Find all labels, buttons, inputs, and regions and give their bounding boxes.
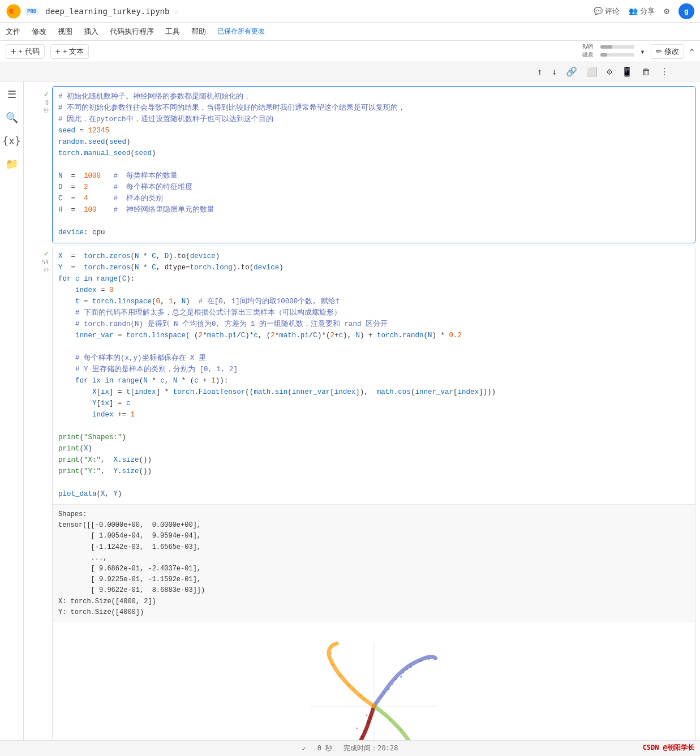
more-icon[interactable]: ⋮ <box>657 65 672 78</box>
share-icon: 👥 <box>629 7 638 15</box>
avatar[interactable]: g <box>678 3 694 19</box>
svg-point-33 <box>353 688 354 690</box>
time-label: 0 秒 <box>317 744 332 753</box>
file-name[interactable]: deep_learning_turkey.ipynb <box>45 7 169 16</box>
svg-point-21 <box>400 729 401 731</box>
delete-icon[interactable]: 🗑 <box>639 65 654 78</box>
settings2-icon[interactable]: ⚙ <box>604 65 615 78</box>
menu-help[interactable]: 帮助 <box>191 27 206 37</box>
ram-bar <box>600 45 634 49</box>
menu-runtime[interactable]: 代码执行程序 <box>110 27 154 37</box>
logo-area: PRO <box>6 3 38 19</box>
menu-tools[interactable]: 工具 <box>165 27 180 37</box>
svg-point-7 <box>410 666 411 668</box>
menu-insert[interactable]: 插入 <box>84 27 98 37</box>
dropdown-arrow[interactable]: ▾ <box>640 47 645 56</box>
svg-point-32 <box>363 698 365 700</box>
svg-point-11 <box>395 678 397 680</box>
saved-notice: 已保存所有更改 <box>217 27 265 36</box>
cell-seed: ✓ 0 秒 # 初始化随机数种子。神经网络的参数都是随机初始化的， # 不同的初… <box>24 86 700 243</box>
plus-icon: + <box>11 46 16 57</box>
svg-point-38 <box>356 728 358 729</box>
svg-point-31 <box>330 652 332 654</box>
cell-check-54: ✓ <box>44 249 49 258</box>
comment-icon: 💬 <box>594 7 603 15</box>
svg-point-25 <box>385 715 387 717</box>
toolbar2: ↑ ↓ 🔗 ⬜ ⚙ 📱 🗑 ⋮ <box>0 62 700 81</box>
menu-bar: 文件 修改 视图 插入 代码执行程序 工具 帮助 已保存所有更改 <box>0 23 700 41</box>
pro-badge: PRO <box>25 8 38 15</box>
star-icon[interactable]: ☆ <box>174 7 178 16</box>
add-code-button[interactable]: + + 代码 <box>6 44 45 59</box>
checkmark-bottom: ✓ <box>302 745 306 753</box>
svg-point-9 <box>428 658 430 660</box>
spiral-chart <box>300 633 448 756</box>
sidebar-files-icon[interactable]: 📁 <box>3 156 20 172</box>
sidebar-search-icon[interactable]: 🔍 <box>3 109 20 126</box>
svg-point-12 <box>406 669 408 671</box>
svg-point-29 <box>338 675 340 676</box>
cell-check-1: ✓ <box>44 89 49 98</box>
cell-body-54[interactable]: X = torch.zeros(N * C, D).to(device) Y =… <box>52 246 695 756</box>
svg-point-5 <box>388 688 389 690</box>
svg-point-10 <box>383 691 385 693</box>
sidebar: ☰ 🔍 {x} 📁 <> ▬ 🔧 <box>0 81 24 756</box>
sidebar-menu-icon[interactable]: ☰ <box>5 86 19 102</box>
menu-file[interactable]: 文件 <box>6 27 20 37</box>
svg-point-36 <box>402 672 404 674</box>
output-area-54: Shapes: tensor([[-0.0000e+00, 0.0000e+00… <box>53 504 695 622</box>
text-plus-icon: + <box>55 46 61 57</box>
cell-54: ✓ 54 秒 X = torch.zeros(N * C, D).to(devi… <box>24 246 700 756</box>
completed-label: 完成时间：20:28 <box>343 744 398 753</box>
modify-button[interactable]: ✏ 修改 <box>651 44 684 59</box>
svg-point-13 <box>367 721 368 723</box>
top-bar-actions: 💬 评论 👥 分享 ⚙ g <box>594 3 694 19</box>
expand-icon[interactable]: ⌃ <box>690 47 694 56</box>
share-button[interactable]: 👥 分享 <box>629 6 655 16</box>
arrow-down-icon[interactable]: ↓ <box>549 65 560 78</box>
svg-point-6 <box>400 676 401 677</box>
toolbar: + + 代码 + + 文本 RAM 磁盘 ▾ ✏ 修改 ⌃ <box>0 41 700 62</box>
svg-point-26 <box>397 726 398 728</box>
arrow-up-icon[interactable]: ↑ <box>534 65 546 78</box>
toolbar-right: RAM 磁盘 ▾ ✏ 修改 ⌃ <box>582 44 694 59</box>
ram-disk-info: RAM 磁盘 <box>582 44 634 59</box>
menu-view[interactable]: 视图 <box>58 27 72 37</box>
comment-button[interactable]: 💬 评论 <box>594 6 620 16</box>
sidebar-variables-icon[interactable]: {x} <box>0 132 23 149</box>
spiral-chart-container <box>53 622 695 756</box>
content-area: ✓ 0 秒 # 初始化随机数种子。神经网络的参数都是随机初始化的， # 不同的初… <box>24 81 700 756</box>
settings-icon[interactable]: ⚙ <box>664 6 669 16</box>
menu-edit[interactable]: 修改 <box>32 27 46 37</box>
cell-num-54: 54 <box>42 259 49 265</box>
svg-point-14 <box>360 736 362 737</box>
svg-point-20 <box>389 719 390 720</box>
phone-icon[interactable]: 📱 <box>619 65 635 78</box>
svg-point-8 <box>419 660 421 662</box>
svg-point-37 <box>366 714 367 716</box>
code-area-54[interactable]: X = torch.zeros(N * C, D).to(device) Y =… <box>53 246 695 504</box>
svg-point-28 <box>347 685 349 686</box>
disk-bar <box>600 53 634 57</box>
svg-point-34 <box>380 695 382 697</box>
svg-point-27 <box>359 694 361 696</box>
cell-time-54: 秒 <box>44 267 49 274</box>
copy-icon[interactable]: ⬜ <box>583 65 600 78</box>
link-icon[interactable]: 🔗 <box>563 65 580 78</box>
svg-point-18 <box>369 716 371 718</box>
edit-icon: ✏ <box>656 47 662 55</box>
watermark: CSDN @朝阳学长 <box>643 743 694 753</box>
bottom-bar: ✓ 0 秒 完成时间：20:28 <box>0 740 700 756</box>
cell-num-1: 0 <box>45 100 49 106</box>
svg-point-2 <box>13 8 19 14</box>
cell-gutter-1: ✓ 0 秒 <box>24 86 52 243</box>
colab-logo <box>6 3 22 19</box>
cell-gutter-54: ✓ 54 秒 <box>24 246 52 756</box>
add-text-button[interactable]: + + 文本 <box>50 44 89 59</box>
cell-body-1[interactable]: # 初始化随机数种子。神经网络的参数都是随机初始化的， # 不同的初始化参数往往… <box>52 86 695 243</box>
svg-point-19 <box>363 730 365 732</box>
cell-time-1: 秒 <box>44 107 49 114</box>
top-bar: PRO deep_learning_turkey.ipynb ☆ 💬 评论 👥 … <box>0 0 700 23</box>
svg-point-30 <box>331 663 333 665</box>
code-area-1[interactable]: # 初始化随机数种子。神经网络的参数都是随机初始化的， # 不同的初始化参数往往… <box>53 87 695 243</box>
